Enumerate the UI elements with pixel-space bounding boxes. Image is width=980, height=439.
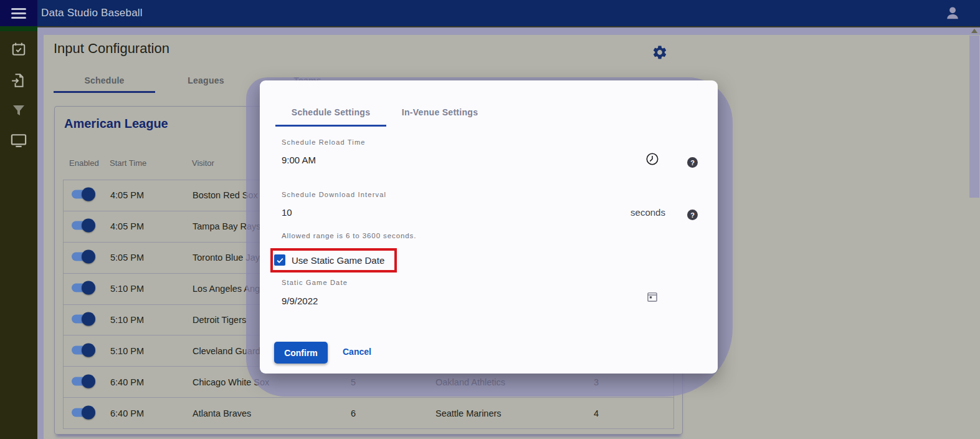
toggle-knob — [82, 405, 95, 419]
enabled-toggle[interactable] — [72, 408, 94, 417]
page-background-strip-left — [37, 35, 44, 439]
visitor-cell: Atlanta Braves — [193, 408, 251, 418]
sidebar-nav — [0, 26, 37, 439]
download-interval-help-icon[interactable]: ? — [687, 210, 698, 220]
static-game-date-label: Static Game Date — [282, 279, 348, 286]
enabled-toggle[interactable] — [72, 221, 94, 230]
gear-icon[interactable] — [652, 44, 668, 60]
toggle-knob — [82, 281, 95, 295]
reload-time-value[interactable]: 9:00 AM — [282, 155, 316, 165]
reload-time-help-icon[interactable]: ? — [687, 157, 698, 168]
page-background-strip-top — [37, 26, 980, 35]
clock-icon[interactable] — [645, 152, 659, 166]
enabled-toggle[interactable] — [72, 345, 94, 354]
static-game-date-value[interactable]: 9/9/2022 — [282, 296, 318, 306]
sidebar-item-filter[interactable] — [0, 100, 37, 121]
enabled-toggle[interactable] — [72, 314, 94, 323]
dialog-tabs: Schedule Settings In-Venue Settings — [275, 98, 493, 127]
enabled-toggle[interactable] — [72, 253, 94, 261]
column-header-visitor: Visitor — [192, 158, 214, 168]
cancel-button[interactable]: Cancel — [343, 347, 371, 357]
tab-in-venue-settings[interactable]: In-Venue Settings — [386, 98, 493, 127]
start-time-cell: 4:05 PM — [110, 221, 144, 231]
start-time-cell: 5:10 PM — [110, 346, 144, 356]
download-interval-label: Schedule Download Interval — [282, 191, 386, 198]
hamburger-icon — [11, 6, 26, 21]
visitor-score-cell: 6 — [347, 408, 359, 418]
toggle-knob — [82, 374, 95, 388]
top-app-bar: Data Studio Baseball — [0, 0, 980, 26]
page-title: Input Configuration — [54, 41, 169, 57]
monitor-icon — [10, 132, 27, 149]
calendar-icon[interactable] — [646, 291, 659, 303]
red-highlight-box — [270, 248, 397, 273]
start-time-cell: 4:05 PM — [110, 190, 144, 200]
home-score-cell: 4 — [590, 408, 602, 418]
reload-time-label: Schedule Reload Time — [282, 138, 366, 146]
tab-schedule[interactable]: Schedule — [54, 69, 155, 92]
start-time-cell: 5:10 PM — [110, 284, 144, 294]
column-header-start-time: Start Time — [110, 158, 146, 168]
app-title: Data Studio Baseball — [41, 0, 143, 26]
download-interval-unit: seconds — [623, 207, 673, 218]
confirm-button[interactable]: Confirm — [274, 342, 328, 364]
filter-icon — [11, 103, 26, 118]
home-cell: Seattle Mariners — [435, 408, 502, 418]
sidebar-item-input[interactable] — [0, 70, 37, 91]
enabled-toggle[interactable] — [72, 377, 94, 385]
column-header-enabled: Enabled — [69, 158, 99, 168]
file-import-icon — [11, 72, 27, 89]
calendar-check-icon — [11, 41, 27, 57]
toggle-knob — [82, 250, 95, 264]
start-time-cell: 5:10 PM — [110, 315, 144, 325]
table-row: 6:40 PM Atlanta Braves 6 Seattle Mariner… — [64, 398, 673, 428]
toggle-knob — [82, 219, 95, 233]
toggle-knob — [82, 343, 95, 357]
tab-schedule-settings[interactable]: Schedule Settings — [275, 98, 386, 127]
toggle-knob — [82, 188, 95, 201]
scrollbar-thumb[interactable] — [969, 36, 979, 198]
start-time-cell: 6:40 PM — [110, 408, 144, 418]
download-interval-helper-text: Allowed range is 6 to 3600 seconds. — [282, 232, 416, 239]
user-icon[interactable] — [944, 4, 961, 22]
sidebar-item-schedule[interactable] — [0, 39, 37, 60]
start-time-cell: 5:05 PM — [110, 253, 144, 263]
visitor-cell: Detroit Tigers — [193, 315, 246, 325]
enabled-toggle[interactable] — [72, 190, 94, 199]
scrollbar-up-arrow-icon[interactable] — [971, 29, 978, 33]
tab-leagues[interactable]: Leagues — [155, 69, 257, 92]
download-interval-value[interactable]: 10 — [282, 207, 292, 218]
menu-button[interactable] — [0, 0, 37, 26]
league-title: American League — [64, 117, 168, 131]
sidebar-item-display[interactable] — [0, 130, 37, 151]
settings-dialog: Schedule Settings In-Venue Settings Sche… — [260, 80, 718, 374]
enabled-toggle[interactable] — [72, 284, 94, 292]
start-time-cell: 6:40 PM — [110, 377, 144, 387]
sidebar-accent-strip — [0, 26, 37, 31]
toggle-knob — [82, 312, 95, 326]
app-window: Data Studio Baseball — [0, 0, 980, 439]
